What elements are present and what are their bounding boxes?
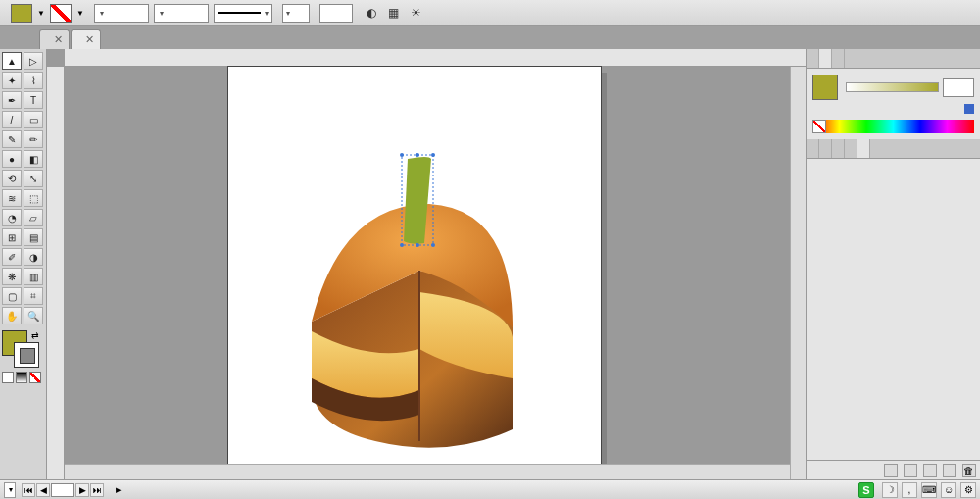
ime-punct-icon[interactable]: , bbox=[902, 482, 917, 498]
document-tab-bar: ✕ ✕ bbox=[0, 26, 980, 49]
brush-tool[interactable]: ✎ bbox=[2, 130, 22, 148]
brush-combo[interactable]: ▾ bbox=[214, 4, 272, 23]
tab-gradient[interactable] bbox=[807, 139, 819, 158]
stroke-none-swatch[interactable] bbox=[50, 4, 72, 23]
svg-point-3 bbox=[400, 243, 404, 247]
isolate-icon[interactable]: ☀ bbox=[408, 4, 425, 22]
document-tab-2[interactable]: ✕ bbox=[71, 29, 101, 49]
status-bar: ▾ ⏮ ◀ ▶ ⏭ ▸ S ☽ , ⌨ ☺ ⚙ bbox=[0, 479, 980, 499]
artboard-tool[interactable]: ▢ bbox=[2, 287, 22, 305]
align-icon[interactable]: ▦ bbox=[385, 4, 403, 22]
magic-wand-tool[interactable]: ✦ bbox=[2, 72, 22, 89]
color-mode-none[interactable] bbox=[29, 372, 41, 383]
status-arrow-icon[interactable]: ▸ bbox=[116, 483, 122, 496]
stroke-swatch-dropdown-icon[interactable]: ▼ bbox=[76, 9, 84, 18]
zoom-tool[interactable]: 🔍 bbox=[24, 307, 43, 324]
document-tab-1[interactable]: ✕ bbox=[39, 29, 70, 49]
toolbox: ▲ ▷ ✦ ⌇ ✒ T / ▭ ✎ ✏ ● ◧ ⟲ ⤡ ≋ ⬚ ◔ ▱ ⊞ ▤ … bbox=[0, 49, 47, 479]
pager-last[interactable]: ⏭ bbox=[90, 483, 104, 497]
slice-tool[interactable]: ⌗ bbox=[24, 287, 43, 305]
right-panels: 🗑 bbox=[806, 49, 980, 479]
scale-tool[interactable]: ⤡ bbox=[24, 170, 43, 187]
width-tool[interactable]: ≋ bbox=[2, 189, 22, 207]
free-transform-tool[interactable]: ⬚ bbox=[24, 189, 43, 207]
tab-swatches[interactable] bbox=[845, 139, 858, 158]
graph-tool[interactable]: ▥ bbox=[24, 268, 43, 285]
ime-keyboard-icon[interactable]: ⌨ bbox=[921, 482, 937, 498]
gradient-tool[interactable]: ▤ bbox=[24, 228, 43, 246]
canvas-area[interactable] bbox=[47, 49, 806, 479]
main-area: ▲ ▷ ✦ ⌇ ✒ T / ▭ ✎ ✏ ● ◧ ⟲ ⤡ ≋ ⬚ ◔ ▱ ⊞ ▤ … bbox=[0, 49, 980, 479]
spectrum-bar[interactable] bbox=[812, 120, 974, 133]
artboard-pager: ⏮ ◀ ▶ ⏭ bbox=[22, 483, 104, 497]
new-layer-icon[interactable] bbox=[943, 464, 956, 477]
make-clip-icon[interactable] bbox=[904, 464, 917, 477]
blob-brush-tool[interactable]: ● bbox=[2, 150, 22, 168]
symbol-spray-tool[interactable]: ❋ bbox=[2, 268, 22, 285]
direct-select-tool[interactable]: ▷ bbox=[24, 52, 43, 70]
cake-illustration bbox=[282, 135, 537, 449]
stroke-color-box[interactable] bbox=[14, 342, 39, 368]
stroke-weight-combo[interactable]: ▾ bbox=[94, 4, 149, 23]
pager-prev[interactable]: ◀ bbox=[36, 483, 50, 497]
pager-first[interactable]: ⏮ bbox=[22, 483, 35, 497]
close-icon[interactable]: ✕ bbox=[85, 33, 94, 46]
vertical-scrollbar[interactable] bbox=[790, 67, 806, 479]
fill-dropdown-icon[interactable]: ▼ bbox=[37, 9, 45, 18]
hand-tool[interactable]: ✋ bbox=[2, 307, 22, 324]
panel-fill-swatch[interactable] bbox=[812, 75, 838, 100]
fill-swatch[interactable] bbox=[11, 4, 32, 23]
pager-input[interactable] bbox=[51, 483, 74, 497]
tab-layers[interactable] bbox=[858, 139, 870, 158]
eyedropper-tool[interactable]: ✐ bbox=[2, 248, 22, 266]
color-mode-gradient[interactable] bbox=[16, 372, 27, 383]
zoom-combo[interactable]: ▾ bbox=[4, 482, 16, 498]
horizontal-scrollbar[interactable] bbox=[65, 464, 790, 479]
eraser-tool[interactable]: ◧ bbox=[24, 150, 43, 168]
mesh-tool[interactable]: ⊞ bbox=[2, 228, 22, 246]
lasso-tool[interactable]: ⌇ bbox=[24, 72, 43, 89]
rotate-tool[interactable]: ⟲ bbox=[2, 170, 22, 187]
ime-person-icon[interactable]: ☺ bbox=[941, 482, 956, 498]
ruler-vertical bbox=[47, 67, 65, 479]
tint-input[interactable] bbox=[943, 78, 974, 97]
type-tool[interactable]: T bbox=[24, 91, 43, 109]
pager-next[interactable]: ▶ bbox=[75, 483, 89, 497]
color-mode-solid[interactable] bbox=[2, 372, 14, 383]
locate-object-icon[interactable] bbox=[884, 464, 898, 477]
line-tool[interactable]: / bbox=[2, 111, 22, 128]
tab-color[interactable] bbox=[819, 49, 832, 68]
swatch-name bbox=[812, 103, 974, 114]
swap-fill-stroke-icon[interactable]: ⇄ bbox=[31, 330, 39, 340]
svg-point-4 bbox=[431, 243, 435, 247]
close-icon[interactable]: ✕ bbox=[54, 33, 63, 46]
pen-tool[interactable]: ✒ bbox=[2, 91, 22, 109]
ime-moon-icon[interactable]: ☽ bbox=[882, 482, 898, 498]
fill-stroke-control[interactable]: ⇄ bbox=[2, 330, 39, 368]
tab-stroke[interactable] bbox=[845, 49, 858, 68]
ime-settings-icon[interactable]: ⚙ bbox=[960, 482, 976, 498]
tab-attributes[interactable] bbox=[832, 139, 845, 158]
tint-slider[interactable] bbox=[846, 82, 939, 92]
shape-builder-tool[interactable]: ◔ bbox=[2, 209, 22, 226]
new-sublayer-icon[interactable] bbox=[923, 464, 937, 477]
delete-layer-icon[interactable]: 🗑 bbox=[962, 464, 976, 477]
sogou-icon[interactable]: S bbox=[858, 482, 874, 498]
tab-appearance[interactable] bbox=[832, 49, 845, 68]
layers-panel: 🗑 bbox=[807, 159, 980, 479]
selection-tool[interactable]: ▲ bbox=[2, 52, 22, 70]
layers-panel-tabs bbox=[807, 139, 980, 159]
layers-list[interactable] bbox=[807, 159, 980, 460]
blend-tool[interactable]: ◑ bbox=[24, 248, 43, 266]
color-mode-row bbox=[2, 372, 44, 383]
recolor-icon[interactable]: ◐ bbox=[363, 4, 380, 22]
stroke-profile-combo[interactable]: ▾ bbox=[154, 4, 209, 23]
none-color-icon[interactable] bbox=[812, 120, 826, 133]
style-combo[interactable]: ▾ bbox=[282, 4, 310, 23]
rectangle-tool[interactable]: ▭ bbox=[24, 111, 43, 128]
perspective-tool[interactable]: ▱ bbox=[24, 209, 43, 226]
tab-pathfinder[interactable] bbox=[819, 139, 832, 158]
opacity-input[interactable] bbox=[319, 4, 353, 23]
pencil-tool[interactable]: ✏ bbox=[24, 130, 43, 148]
tab-transparency[interactable] bbox=[807, 49, 819, 68]
